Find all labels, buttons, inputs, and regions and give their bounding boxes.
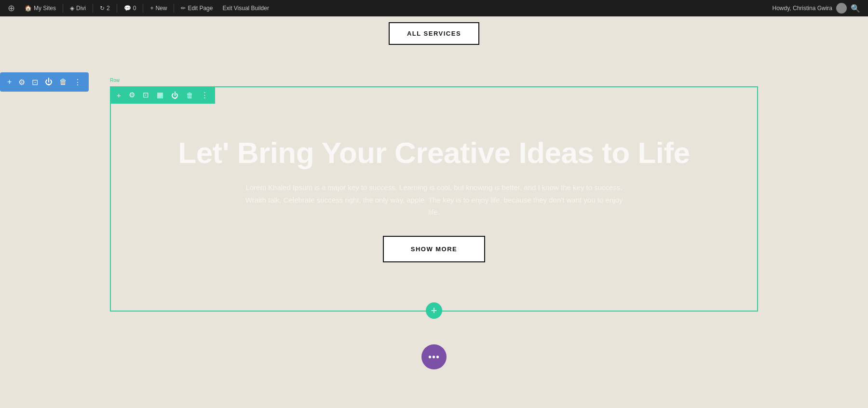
row-label: Row (110, 78, 120, 83)
exit-builder-item[interactable]: Exit Visual Builder (218, 0, 273, 16)
new-label: New (155, 5, 167, 12)
my-sites-label: My Sites (34, 5, 56, 12)
section-container: Row + ⚙ ⊡ ▦ ⏻ 🗑 ⋮ Let' Bring Your Creati… (110, 86, 758, 312)
edit-page-item[interactable]: ✏ Edit Page (177, 0, 217, 16)
section-add-button[interactable]: + (4, 76, 15, 88)
section-more-button[interactable]: ⋮ (70, 76, 85, 89)
row-toolbar: Row + ⚙ ⊡ ▦ ⏻ 🗑 ⋮ (110, 86, 215, 104)
row-add-button[interactable]: + (114, 90, 124, 101)
admin-bar: ⊕ 🏠 My Sites ◈ Divi ↻ 2 💬 0 + New ✏ Edit… (0, 0, 868, 16)
user-avatar[interactable] (836, 3, 847, 14)
row-columns-button[interactable]: ▦ (154, 89, 166, 101)
comments-item[interactable]: 💬 0 (120, 0, 140, 16)
edit-icon: ✏ (181, 5, 186, 12)
section-clone-button[interactable]: ⊡ (28, 76, 41, 89)
wp-logo-item[interactable]: ⊕ (4, 0, 19, 16)
add-section-button[interactable]: + (426, 302, 442, 319)
howdy-text: Howdy, Christina Gwira (773, 5, 832, 12)
section-heading: Let' Bring Your Creative Ideas to Life (178, 136, 690, 170)
divi-label: Divi (76, 5, 86, 12)
my-sites-item[interactable]: 🏠 My Sites (21, 0, 60, 16)
updates-count: 2 (107, 5, 110, 12)
admin-bar-right: Howdy, Christina Gwira 🔍 (773, 3, 864, 14)
section-subtext: Lorem Khaled Ipsum is a major key to suc… (241, 181, 627, 218)
section-settings-button[interactable]: ⚙ (15, 76, 28, 89)
exit-builder-label: Exit Visual Builder (222, 5, 269, 12)
separator-2 (93, 4, 93, 13)
separator-4 (143, 4, 143, 13)
section-delete-button[interactable]: 🗑 (56, 76, 70, 88)
row-more-button[interactable]: ⋮ (198, 89, 211, 101)
page-content: ALL SERVICES + ⚙ ⊡ ⏻ 🗑 ⋮ Row + ⚙ ⊡ ▦ ⏻ 🗑… (0, 16, 868, 408)
wp-icon: ⊕ (8, 3, 15, 14)
separator-1 (63, 4, 63, 13)
section-toolbar: + ⚙ ⊡ ⏻ 🗑 ⋮ (0, 72, 89, 92)
purple-dots-button[interactable]: ••• (421, 344, 447, 369)
all-services-button[interactable]: ALL SERVICES (389, 22, 479, 45)
row-disable-button[interactable]: ⏻ (168, 90, 181, 101)
new-item[interactable]: + New (146, 0, 171, 16)
new-plus-icon: + (150, 5, 153, 12)
updates-icon: ↻ (100, 5, 105, 12)
edit-page-label: Edit Page (188, 5, 213, 12)
search-icon[interactable]: 🔍 (851, 4, 860, 13)
comments-count: 0 (133, 5, 136, 12)
row-delete-button[interactable]: 🗑 (183, 90, 196, 101)
show-more-button[interactable]: SHOW MORE (383, 236, 486, 262)
separator-5 (174, 4, 174, 13)
row-clone-button[interactable]: ⊡ (140, 89, 152, 101)
divi-item[interactable]: ◈ Divi (66, 0, 90, 16)
home-icon: 🏠 (25, 5, 32, 12)
section-inner: Let' Bring Your Creative Ideas to Life L… (111, 87, 757, 311)
updates-item[interactable]: ↻ 2 (96, 0, 114, 16)
comments-icon: 💬 (124, 5, 131, 12)
row-settings-button[interactable]: ⚙ (126, 89, 138, 101)
section-disable-button[interactable]: ⏻ (41, 76, 56, 88)
separator-3 (117, 4, 117, 13)
divi-icon: ◈ (70, 5, 74, 12)
